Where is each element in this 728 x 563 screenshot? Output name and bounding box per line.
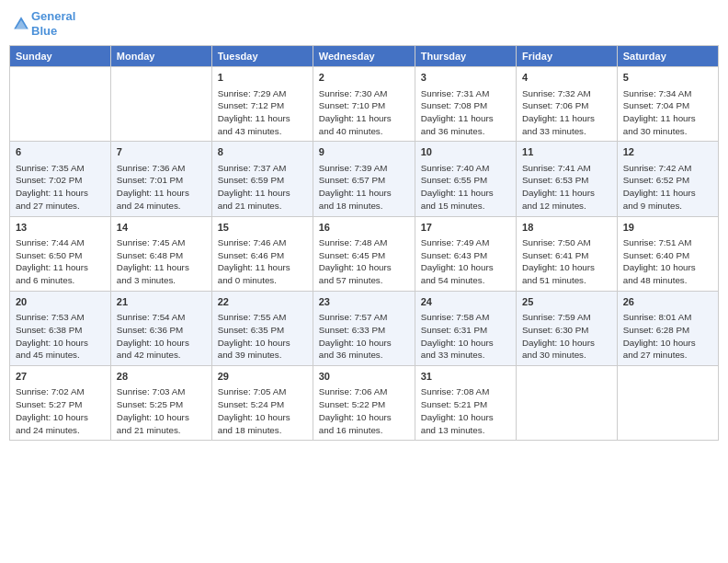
day-info: Sunrise: 7:32 AM Sunset: 7:06 PM Dayligh…: [522, 87, 611, 138]
calendar-cell: 15Sunrise: 7:46 AM Sunset: 6:46 PM Dayli…: [211, 216, 313, 291]
calendar-cell: 2Sunrise: 7:30 AM Sunset: 7:10 PM Daylig…: [313, 67, 415, 142]
day-number: 12: [623, 145, 712, 159]
day-number: 29: [218, 370, 307, 384]
logo-text: General Blue: [31, 9, 75, 38]
calendar-cell: 8Sunrise: 7:37 AM Sunset: 6:59 PM Daylig…: [211, 142, 313, 216]
day-info: Sunrise: 7:48 AM Sunset: 6:45 PM Dayligh…: [319, 236, 409, 287]
day-number: 21: [117, 295, 206, 309]
day-number: 27: [16, 370, 105, 384]
day-info: Sunrise: 7:53 AM Sunset: 6:38 PM Dayligh…: [16, 311, 105, 362]
day-info: Sunrise: 7:57 AM Sunset: 6:33 PM Dayligh…: [319, 311, 409, 362]
calendar-cell: 28Sunrise: 7:03 AM Sunset: 5:25 PM Dayli…: [110, 366, 211, 441]
calendar-cell: 11Sunrise: 7:41 AM Sunset: 6:53 PM Dayli…: [517, 142, 618, 216]
day-info: Sunrise: 7:46 AM Sunset: 6:46 PM Dayligh…: [218, 236, 307, 287]
day-number: 11: [522, 145, 611, 159]
day-info: Sunrise: 7:45 AM Sunset: 6:48 PM Dayligh…: [117, 236, 206, 287]
calendar-week-5: 27Sunrise: 7:02 AM Sunset: 5:27 PM Dayli…: [10, 366, 719, 441]
col-header-friday: Friday: [517, 46, 618, 67]
day-number: 1: [218, 71, 307, 85]
logo-icon: [13, 16, 29, 32]
day-number: 30: [319, 370, 409, 384]
col-header-wednesday: Wednesday: [313, 46, 415, 67]
calendar-cell: 26Sunrise: 8:01 AM Sunset: 6:28 PM Dayli…: [617, 291, 718, 365]
day-number: 7: [117, 145, 206, 159]
day-info: Sunrise: 7:31 AM Sunset: 7:08 PM Dayligh…: [421, 87, 510, 138]
col-header-thursday: Thursday: [415, 46, 516, 67]
day-number: 28: [117, 370, 206, 384]
day-number: 26: [623, 295, 712, 309]
col-header-saturday: Saturday: [617, 46, 718, 67]
day-number: 16: [319, 221, 409, 235]
day-number: 13: [16, 221, 105, 235]
day-info: Sunrise: 7:58 AM Sunset: 6:31 PM Dayligh…: [421, 311, 510, 362]
col-header-sunday: Sunday: [10, 46, 111, 67]
day-info: Sunrise: 7:30 AM Sunset: 7:10 PM Dayligh…: [319, 87, 409, 138]
day-number: 18: [522, 221, 611, 235]
day-number: 5: [623, 71, 712, 85]
calendar-cell: 24Sunrise: 7:58 AM Sunset: 6:31 PM Dayli…: [415, 291, 516, 365]
page-header: General Blue: [9, 9, 719, 38]
calendar-cell: 18Sunrise: 7:50 AM Sunset: 6:41 PM Dayli…: [517, 216, 618, 291]
day-info: Sunrise: 7:39 AM Sunset: 6:57 PM Dayligh…: [319, 162, 409, 213]
calendar-cell: 10Sunrise: 7:40 AM Sunset: 6:55 PM Dayli…: [415, 142, 516, 216]
calendar-cell: 6Sunrise: 7:35 AM Sunset: 7:02 PM Daylig…: [10, 142, 111, 216]
col-header-monday: Monday: [110, 46, 211, 67]
day-number: 10: [421, 145, 510, 159]
calendar-cell: 21Sunrise: 7:54 AM Sunset: 6:36 PM Dayli…: [110, 291, 211, 365]
day-number: 31: [421, 370, 510, 384]
day-number: 9: [319, 145, 409, 159]
day-number: 8: [218, 145, 307, 159]
calendar-cell: 1Sunrise: 7:29 AM Sunset: 7:12 PM Daylig…: [211, 67, 313, 142]
day-info: Sunrise: 8:01 AM Sunset: 6:28 PM Dayligh…: [623, 311, 712, 362]
day-number: 25: [522, 295, 611, 309]
calendar-cell: 12Sunrise: 7:42 AM Sunset: 6:52 PM Dayli…: [617, 142, 718, 216]
day-number: 14: [117, 221, 206, 235]
day-info: Sunrise: 7:34 AM Sunset: 7:04 PM Dayligh…: [623, 87, 712, 138]
day-number: 23: [319, 295, 409, 309]
day-info: Sunrise: 7:03 AM Sunset: 5:25 PM Dayligh…: [117, 385, 206, 436]
day-number: 4: [522, 71, 611, 85]
calendar-cell: 23Sunrise: 7:57 AM Sunset: 6:33 PM Dayli…: [313, 291, 415, 365]
day-info: Sunrise: 7:51 AM Sunset: 6:40 PM Dayligh…: [623, 236, 712, 287]
day-number: 2: [319, 71, 409, 85]
calendar-cell: 16Sunrise: 7:48 AM Sunset: 6:45 PM Dayli…: [313, 216, 415, 291]
calendar-week-2: 6Sunrise: 7:35 AM Sunset: 7:02 PM Daylig…: [10, 142, 719, 216]
calendar-cell: [110, 67, 211, 142]
day-info: Sunrise: 7:08 AM Sunset: 5:21 PM Dayligh…: [421, 385, 510, 436]
calendar-table: SundayMondayTuesdayWednesdayThursdayFrid…: [9, 45, 719, 441]
day-number: 22: [218, 295, 307, 309]
calendar-cell: 31Sunrise: 7:08 AM Sunset: 5:21 PM Dayli…: [415, 366, 516, 441]
day-info: Sunrise: 7:35 AM Sunset: 7:02 PM Dayligh…: [16, 162, 105, 213]
day-info: Sunrise: 7:44 AM Sunset: 6:50 PM Dayligh…: [16, 236, 105, 287]
calendar-cell: 30Sunrise: 7:06 AM Sunset: 5:22 PM Dayli…: [313, 366, 415, 441]
day-info: Sunrise: 7:41 AM Sunset: 6:53 PM Dayligh…: [522, 162, 611, 213]
day-info: Sunrise: 7:59 AM Sunset: 6:30 PM Dayligh…: [522, 311, 611, 362]
header-row: SundayMondayTuesdayWednesdayThursdayFrid…: [10, 46, 719, 67]
calendar-cell: 22Sunrise: 7:55 AM Sunset: 6:35 PM Dayli…: [211, 291, 313, 365]
day-info: Sunrise: 7:40 AM Sunset: 6:55 PM Dayligh…: [421, 162, 510, 213]
calendar-cell: 3Sunrise: 7:31 AM Sunset: 7:08 PM Daylig…: [415, 67, 516, 142]
col-header-tuesday: Tuesday: [211, 46, 313, 67]
day-number: 17: [421, 221, 510, 235]
calendar-cell: 5Sunrise: 7:34 AM Sunset: 7:04 PM Daylig…: [617, 67, 718, 142]
calendar-cell: 9Sunrise: 7:39 AM Sunset: 6:57 PM Daylig…: [313, 142, 415, 216]
day-number: 3: [421, 71, 510, 85]
calendar-cell: [10, 67, 111, 142]
day-number: 6: [16, 145, 105, 159]
calendar-cell: 7Sunrise: 7:36 AM Sunset: 7:01 PM Daylig…: [110, 142, 211, 216]
day-info: Sunrise: 7:37 AM Sunset: 6:59 PM Dayligh…: [218, 162, 307, 213]
day-info: Sunrise: 7:49 AM Sunset: 6:43 PM Dayligh…: [421, 236, 510, 287]
logo: General Blue: [13, 9, 75, 38]
day-info: Sunrise: 7:36 AM Sunset: 7:01 PM Dayligh…: [117, 162, 206, 213]
day-info: Sunrise: 7:54 AM Sunset: 6:36 PM Dayligh…: [117, 311, 206, 362]
calendar-cell: 14Sunrise: 7:45 AM Sunset: 6:48 PM Dayli…: [110, 216, 211, 291]
calendar-week-3: 13Sunrise: 7:44 AM Sunset: 6:50 PM Dayli…: [10, 216, 719, 291]
day-number: 15: [218, 221, 307, 235]
day-info: Sunrise: 7:50 AM Sunset: 6:41 PM Dayligh…: [522, 236, 611, 287]
day-number: 24: [421, 295, 510, 309]
calendar-cell: 27Sunrise: 7:02 AM Sunset: 5:27 PM Dayli…: [10, 366, 111, 441]
day-info: Sunrise: 7:29 AM Sunset: 7:12 PM Dayligh…: [218, 87, 307, 138]
calendar-cell: 17Sunrise: 7:49 AM Sunset: 6:43 PM Dayli…: [415, 216, 516, 291]
calendar-week-4: 20Sunrise: 7:53 AM Sunset: 6:38 PM Dayli…: [10, 291, 719, 365]
calendar-week-1: 1Sunrise: 7:29 AM Sunset: 7:12 PM Daylig…: [10, 67, 719, 142]
